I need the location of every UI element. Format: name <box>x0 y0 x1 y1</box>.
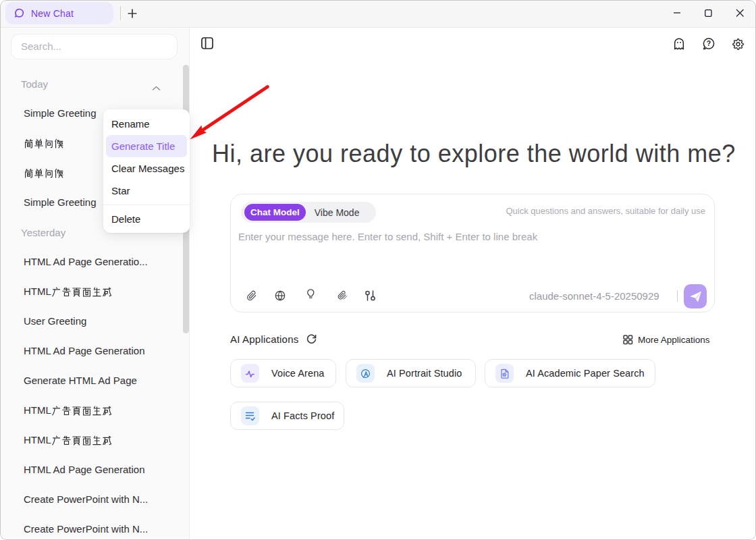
svg-text:?: ? <box>707 39 711 47</box>
